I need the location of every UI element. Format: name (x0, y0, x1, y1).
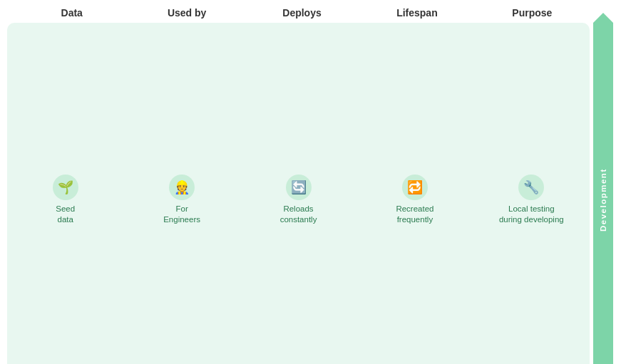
grid-wrapper: 🌱Seed data👷For Engineers🔄Reloads constan… (7, 23, 614, 364)
cell-0-3: 🔁Recreated frequently (356, 23, 473, 364)
cell-label-0-4: Local testing during developing (499, 204, 564, 225)
icon-emoji-0-1: 👷 (174, 181, 190, 194)
cell-icon-0-0: 🌱 (53, 175, 78, 200)
icon-emoji-0-0: 🌱 (58, 181, 73, 194)
cell-label-0-0: Seed data (56, 204, 75, 225)
cell-icon-0-4: 🔧 (518, 175, 544, 200)
cell-0-2: 🔄Reloads constantly (240, 23, 356, 364)
header-deploys: Deploys (245, 7, 359, 19)
env-row-development: 🌱Seed data👷For Engineers🔄Reloads constan… (7, 23, 614, 364)
icon-emoji-0-2: 🔄 (291, 181, 307, 194)
cell-0-0: 🌱Seed data (7, 23, 123, 364)
main-container: DataUsed byDeploysLifespanPurpose 🌱Seed … (0, 0, 621, 364)
header-lifespan: Lifespan (359, 7, 474, 19)
cell-label-0-2: Reloads constantly (280, 204, 317, 225)
cell-0-4: 🔧Local testing during developing (473, 23, 590, 364)
icon-emoji-0-3: 🔁 (407, 181, 423, 194)
header-purpose: Purpose (475, 7, 590, 19)
header-data: Data (14, 7, 129, 19)
cell-icon-0-2: 🔄 (286, 175, 312, 200)
header-row: DataUsed byDeploysLifespanPurpose (14, 7, 614, 23)
cell-icon-0-3: 🔁 (402, 175, 428, 200)
icon-emoji-0-4: 🔧 (523, 181, 539, 194)
cell-label-0-1: For Engineers (163, 204, 200, 225)
cell-label-0-3: Recreated frequently (396, 204, 433, 225)
env-label-development: Development (593, 23, 613, 364)
header-used-by: Used by (129, 7, 244, 19)
cell-0-1: 👷For Engineers (123, 23, 240, 364)
cell-icon-0-1: 👷 (169, 175, 195, 200)
env-label-wrapper-0: Development (592, 23, 614, 364)
cells-area-0: 🌱Seed data👷For Engineers🔄Reloads constan… (7, 23, 590, 364)
